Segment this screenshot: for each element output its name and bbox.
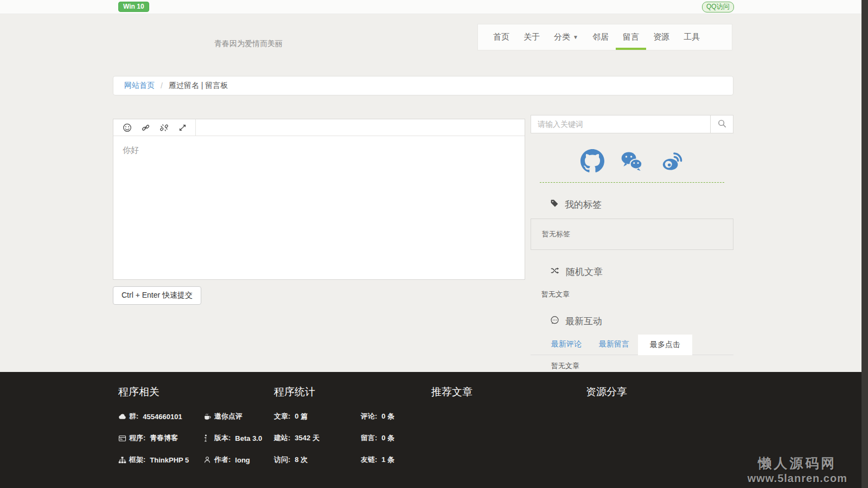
footer-item-author: 作者: long: [203, 455, 262, 465]
footer: 程序相关 群: 4554660101 邀你点评 程序: 青春博客: [0, 372, 868, 488]
editor-toolbar: [113, 119, 525, 136]
stat-links: 友链:1 条: [361, 455, 394, 465]
blog-card-icon: [118, 434, 129, 442]
footer-item-version: 版本: Beta 3.0: [203, 433, 262, 443]
coffee-icon: [203, 413, 214, 421]
site-header: 青春因为爱情而美丽 首页 关于 分类▼ 邻居 留言 资源 工具: [0, 14, 868, 63]
dashed-divider: [540, 182, 724, 183]
stat-comments: 评论:0 条: [361, 412, 394, 421]
footer-share-column: 资源分享: [586, 385, 627, 399]
weibo-icon[interactable]: [659, 149, 684, 175]
nav-item-about[interactable]: 关于: [516, 24, 547, 50]
submit-button[interactable]: Ctrl + Enter 快速提交: [113, 286, 201, 305]
qq-visit-badge[interactable]: QQ访问: [702, 2, 734, 12]
footer-share-title: 资源分享: [586, 385, 627, 399]
info-icon: [203, 434, 214, 442]
search-icon: [717, 119, 727, 130]
search-group: [531, 115, 733, 133]
comment-dots-icon: [550, 316, 559, 328]
footer-about-title: 程序相关: [118, 385, 262, 399]
footer-stats-title: 程序统计: [274, 385, 394, 399]
scrollbar[interactable]: [861, 0, 868, 488]
sidebar: 我的标签 暂无标签 随机文章 暂无文章 最新互动 最新评论 最新留言 最多点击 …: [531, 115, 733, 371]
interact-tabs: 最新评论 最新留言 最多点击: [531, 335, 733, 355]
comment-textarea[interactable]: [113, 136, 525, 279]
comment-editor: [113, 119, 525, 280]
main-content: Ctrl + Enter 快速提交: [113, 119, 733, 371]
tags-section-title: 我的标签: [531, 198, 733, 211]
breadcrumb: 网站首页 / 雁过留名 | 留言板: [113, 76, 733, 95]
footer-item-program: 程序: 青春博客: [118, 433, 203, 443]
footer-item-group: 群: 4554660101: [118, 412, 203, 421]
cloud-icon: [118, 413, 129, 420]
toolbar-divider: [195, 119, 196, 136]
main-nav: 首页 关于 分类▼ 邻居 留言 资源 工具: [477, 24, 732, 50]
random-empty-text: 暂无文章: [531, 290, 733, 299]
fullscreen-icon[interactable]: [178, 123, 196, 132]
footer-item-framework: 框架: ThinkPHP 5: [118, 455, 203, 465]
nav-item-category[interactable]: 分类▼: [547, 24, 585, 50]
tags-empty-box: 暂无标签: [531, 219, 733, 250]
search-input[interactable]: [531, 115, 711, 133]
breadcrumb-home-link[interactable]: 网站首页: [124, 81, 155, 91]
chevron-down-icon: ▼: [573, 34, 578, 40]
tag-icon: [550, 199, 559, 210]
footer-stats-column: 程序统计 文章:0 篇 评论:0 条 建站:3542 天 留言:0 条 访问:8…: [274, 385, 394, 465]
interact-empty-text: 暂无文章: [531, 355, 733, 371]
breadcrumb-current: 雁过留名 | 留言板: [169, 81, 228, 91]
tab-most-clicked[interactable]: 最多点击: [638, 335, 692, 355]
link-icon[interactable]: [141, 123, 159, 132]
footer-recommend-title: 推荐文章: [431, 385, 473, 399]
github-icon[interactable]: [580, 149, 604, 175]
footer-item-review: 邀你点评: [203, 412, 262, 421]
nav-item-resource[interactable]: 资源: [646, 24, 676, 50]
wechat-icon[interactable]: [619, 149, 644, 175]
tab-latest-comments[interactable]: 最新评论: [542, 334, 590, 355]
unlink-icon[interactable]: [159, 123, 178, 132]
sitemap-icon: [118, 456, 129, 464]
watermark: 懒人源码网 www.5lanren.com: [748, 454, 847, 485]
shuffle-icon: [550, 266, 560, 278]
social-icons: [531, 149, 733, 175]
footer-recommend-column: 推荐文章: [431, 385, 473, 399]
search-button[interactable]: [711, 115, 733, 133]
nav-item-home[interactable]: 首页: [486, 24, 516, 50]
tab-latest-messages[interactable]: 最新留言: [590, 334, 638, 355]
interact-section-title: 最新互动: [531, 315, 733, 328]
stat-site-age: 建站:3542 天: [274, 433, 361, 443]
breadcrumb-separator: /: [161, 81, 163, 90]
os-badge: Win 10: [118, 2, 149, 12]
site-tagline: 青春因为爱情而美丽: [214, 39, 283, 49]
top-bar: Win 10 QQ访问: [0, 0, 868, 14]
nav-item-tools[interactable]: 工具: [676, 24, 707, 50]
emoji-icon[interactable]: [123, 123, 141, 132]
stat-visits: 访问:8 次: [274, 455, 361, 465]
stat-messages: 留言:0 条: [361, 433, 394, 443]
nav-item-neighbor[interactable]: 邻居: [585, 24, 616, 50]
footer-about-column: 程序相关 群: 4554660101 邀你点评 程序: 青春博客: [118, 385, 262, 465]
nav-item-message[interactable]: 留言: [616, 24, 646, 50]
random-section-title: 随机文章: [531, 266, 733, 278]
stat-articles: 文章:0 篇: [274, 412, 361, 421]
user-icon: [203, 456, 214, 464]
